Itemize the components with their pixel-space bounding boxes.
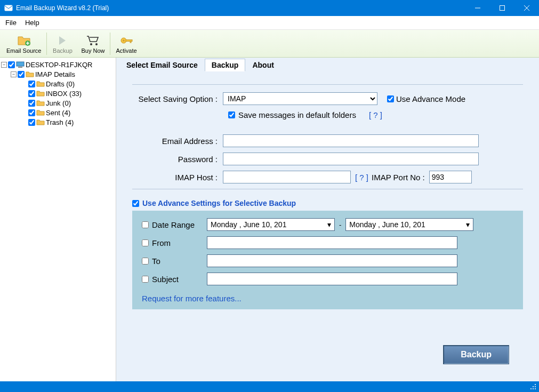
- folder-icon: [26, 70, 34, 78]
- email-label: Email Address :: [132, 137, 223, 146]
- folder-tree: − DESKTOP-R1FJKQR − IMAP Details: [0, 58, 116, 381]
- svg-point-9: [123, 39, 124, 41]
- tree-checkbox[interactable]: [8, 61, 15, 68]
- password-input[interactable]: [223, 153, 479, 165]
- chevron-down-icon: ▾: [327, 220, 331, 229]
- from-checkbox[interactable]: [142, 239, 149, 246]
- main-area: − DESKTOP-R1FJKQR − IMAP Details: [0, 58, 539, 381]
- content-pane: Select Email Source Backup About Select …: [116, 58, 539, 381]
- email-input[interactable]: [223, 134, 479, 147]
- tab-select-email-source[interactable]: Select Email Source: [119, 59, 205, 71]
- svg-rect-12: [17, 62, 24, 66]
- advance-settings-label: Use Advance Settings for Selective Backu…: [142, 199, 296, 207]
- tree-folder-sent[interactable]: Sent (4): [20, 108, 115, 117]
- folder-icon: [36, 109, 45, 116]
- use-advance-mode-checkbox[interactable]: [387, 95, 394, 102]
- backup-toolbar-button: Backup: [48, 33, 77, 55]
- tab-backup[interactable]: Backup: [205, 59, 246, 71]
- menu-file[interactable]: File: [5, 19, 17, 27]
- maximize-button[interactable]: [490, 0, 514, 16]
- app-icon: [4, 4, 13, 12]
- subject-label: Subject: [152, 275, 179, 284]
- subject-input[interactable]: [207, 273, 457, 285]
- backup-button[interactable]: Backup: [443, 345, 509, 364]
- tree-checkbox[interactable]: [28, 100, 35, 107]
- tree-label: INBOX (33): [46, 90, 82, 98]
- svg-rect-15: [535, 386, 536, 387]
- resize-grip-icon[interactable]: [529, 383, 537, 390]
- tree-checkbox[interactable]: [28, 81, 35, 87]
- request-features-link[interactable]: Request for more features...: [142, 294, 242, 303]
- collapse-icon[interactable]: −: [11, 71, 17, 77]
- window-title: Email Backup Wizard v8.2 (Trial): [16, 4, 465, 12]
- svg-rect-14: [535, 384, 536, 385]
- password-label: Password :: [132, 155, 223, 164]
- help-link[interactable]: [ ? ]: [369, 110, 382, 119]
- backup-tab-body: Select Saving Option : IMAP Use Advance …: [116, 71, 539, 381]
- divider: [132, 84, 523, 85]
- collapse-icon[interactable]: −: [1, 62, 7, 68]
- date-from-picker[interactable]: Monday , June 10, 201 ▾: [207, 218, 335, 231]
- from-check[interactable]: From: [142, 238, 207, 247]
- menu-help[interactable]: Help: [25, 19, 39, 27]
- tree-folder-junk[interactable]: Junk (0): [20, 98, 115, 108]
- folder-icon: [36, 118, 45, 126]
- svg-rect-13: [18, 67, 22, 68]
- window-controls: [465, 0, 539, 16]
- tree-label: Junk (0): [46, 99, 71, 107]
- tree-folder-inbox[interactable]: INBOX (33): [20, 89, 115, 98]
- advance-settings-checkbox[interactable]: [132, 200, 139, 207]
- tree-checkbox[interactable]: [18, 71, 25, 78]
- to-check[interactable]: To: [142, 257, 207, 266]
- port-label: IMAP Port No :: [372, 173, 425, 182]
- svg-point-6: [90, 43, 92, 45]
- port-input[interactable]: [429, 171, 472, 183]
- advance-settings-header[interactable]: Use Advance Settings for Selective Backu…: [132, 199, 523, 207]
- date-to-picker[interactable]: Monday , June 10, 201 ▾: [345, 218, 473, 231]
- email-source-button[interactable]: Email Source: [2, 33, 45, 55]
- to-checkbox[interactable]: [142, 258, 149, 265]
- to-label: To: [152, 257, 160, 266]
- from-input[interactable]: [207, 236, 457, 249]
- activate-button[interactable]: Activate: [111, 33, 141, 55]
- host-input[interactable]: [223, 171, 351, 183]
- tab-about[interactable]: About: [245, 59, 280, 71]
- tree-checkbox[interactable]: [28, 119, 35, 126]
- toolbar-separator: [110, 33, 110, 55]
- folder-add-icon: [17, 34, 31, 47]
- folder-icon: [36, 80, 45, 87]
- save-default-label: Save messages in default folders: [238, 110, 356, 119]
- svg-rect-19: [530, 388, 532, 389]
- menubar: File Help: [0, 16, 539, 30]
- tree-folder-trash[interactable]: Trash (4): [20, 117, 115, 127]
- subject-checkbox[interactable]: [142, 276, 149, 283]
- date-range-check[interactable]: Date Range: [142, 220, 207, 229]
- from-label: From: [152, 238, 171, 247]
- use-advance-mode-check[interactable]: Use Advance Mode: [387, 94, 465, 103]
- statusbar: [0, 381, 539, 392]
- tree-folder-drafts[interactable]: Drafts (0): [20, 79, 115, 89]
- host-help-link[interactable]: [ ? ]: [355, 173, 368, 182]
- subject-check[interactable]: Subject: [142, 275, 207, 284]
- toolbar-separator: [46, 33, 47, 55]
- toolbar-label: Buy Now: [81, 47, 104, 54]
- svg-rect-16: [533, 386, 534, 387]
- host-label: IMAP Host :: [132, 173, 223, 182]
- minimize-button[interactable]: [465, 0, 490, 16]
- close-button[interactable]: [514, 0, 539, 16]
- saving-option-label: Select Saving Option :: [132, 94, 223, 103]
- tree-label: IMAP Details: [35, 70, 75, 78]
- cart-icon: [86, 34, 100, 47]
- buy-now-button[interactable]: Buy Now: [77, 33, 109, 55]
- tree-checkbox[interactable]: [28, 90, 35, 97]
- saving-option-select[interactable]: IMAP: [223, 92, 377, 105]
- titlebar: Email Backup Wizard v8.2 (Trial): [0, 0, 539, 16]
- toolbar-label: Activate: [116, 47, 136, 54]
- svg-rect-0: [5, 5, 12, 11]
- date-range-checkbox[interactable]: [142, 221, 149, 228]
- tree-checkbox[interactable]: [28, 109, 35, 116]
- tree-root[interactable]: − DESKTOP-R1FJKQR: [1, 60, 115, 69]
- to-input[interactable]: [207, 254, 457, 267]
- tree-imap-details[interactable]: − IMAP Details: [11, 69, 115, 79]
- save-default-checkbox[interactable]: [228, 111, 235, 118]
